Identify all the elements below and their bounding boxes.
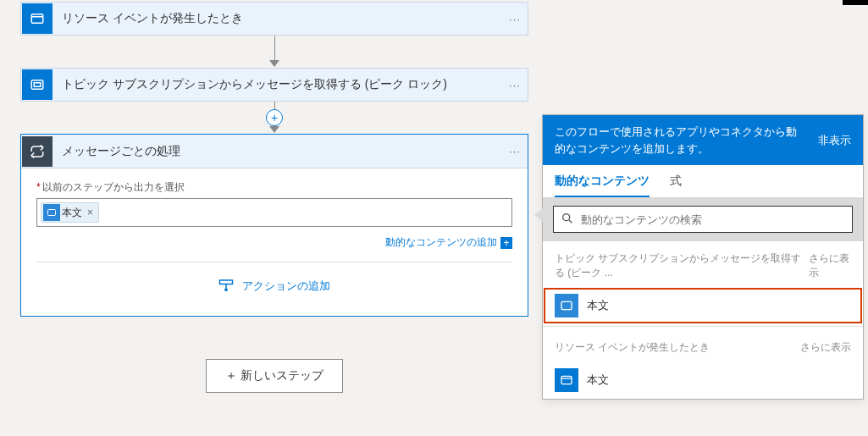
body-chip-icon xyxy=(43,204,60,221)
window-decor xyxy=(843,0,868,5)
loop-icon xyxy=(22,136,53,167)
step-trigger[interactable]: リソース イベントが発生したとき ··· xyxy=(20,2,528,36)
svg-rect-8 xyxy=(561,376,572,384)
hide-panel-link[interactable]: 非表示 xyxy=(818,132,851,149)
svg-point-5 xyxy=(225,289,227,290)
content-item-label: 本文 xyxy=(587,298,609,313)
token-chip-label: 本文 xyxy=(62,206,82,220)
step-get-messages[interactable]: トピック サブスクリプションからメッセージを取得する (ピーク ロック) ··· xyxy=(20,68,528,102)
svg-rect-4 xyxy=(220,280,233,284)
search-input[interactable] xyxy=(581,213,845,226)
token-chip-body[interactable]: 本文 × xyxy=(41,202,99,223)
body-item-icon xyxy=(555,368,578,392)
panel-callout-arrow xyxy=(534,208,543,222)
ellipsis-icon[interactable]: ··· xyxy=(502,79,528,91)
add-action-link[interactable]: アクションの追加 xyxy=(36,262,512,309)
tab-expression[interactable]: 式 xyxy=(670,174,682,197)
output-field-label: *以前のステップから出力を選択 xyxy=(36,180,512,195)
content-item-body-eventgrid[interactable]: 本文 xyxy=(543,361,863,399)
for-each-container: メッセージごとの処理 ··· *以前のステップから出力を選択 本文 × 動的なコ… xyxy=(20,134,528,317)
panel-header: このフローで使用されるアプリやコネクタから動的なコンテンツを追加します。 非表示 xyxy=(543,115,863,165)
add-action-icon xyxy=(218,279,234,291)
output-token-input[interactable]: 本文 × xyxy=(36,198,512,227)
svg-rect-1 xyxy=(31,80,43,90)
svg-rect-3 xyxy=(48,210,56,216)
add-dynamic-icon: + xyxy=(500,237,512,249)
dynamic-content-panel: このフローで使用されるアプリやコネクタから動的なコンテンツを追加します。 非表示… xyxy=(542,114,864,400)
step-title: トピック サブスクリプションからメッセージを取得する (ピーク ロック) xyxy=(53,77,502,92)
svg-rect-0 xyxy=(31,14,43,24)
workflow-canvas: リソース イベントが発生したとき ··· トピック サブスクリプションからメッセ… xyxy=(3,0,545,393)
panel-header-text: このフローで使用されるアプリやコネクタから動的なコンテンツを追加します。 xyxy=(555,124,806,157)
add-dynamic-content-link[interactable]: 動的なコンテンツの追加+ xyxy=(36,235,512,250)
svg-rect-7 xyxy=(561,301,572,309)
section-title: トピック サブスクリプションからメッセージを取得する (ピーク ... xyxy=(555,251,809,280)
remove-chip-icon[interactable]: × xyxy=(87,207,93,218)
for-each-body: *以前のステップから出力を選択 本文 × 動的なコンテンツの追加+ xyxy=(21,168,528,316)
tab-dynamic-content[interactable]: 動的なコンテンツ xyxy=(555,174,650,197)
section-header-servicebus: トピック サブスクリプションからメッセージを取得する (ピーク ... さらに表… xyxy=(543,241,863,287)
content-item-label: 本文 xyxy=(587,373,609,388)
svg-rect-2 xyxy=(34,83,41,87)
insert-step-icon[interactable]: + xyxy=(266,109,283,126)
for-each-header[interactable]: メッセージごとの処理 ··· xyxy=(21,135,528,168)
section-divider xyxy=(543,326,863,327)
connector-arrow-plus: + xyxy=(269,102,279,134)
ellipsis-icon[interactable]: ··· xyxy=(502,145,528,157)
connector-arrow xyxy=(269,36,279,68)
section-more-link[interactable]: さらに表示 xyxy=(809,251,851,280)
search-icon xyxy=(561,212,574,228)
for-each-title: メッセージごとの処理 xyxy=(53,144,502,159)
svg-point-6 xyxy=(563,213,570,220)
section-more-link[interactable]: さらに表示 xyxy=(800,340,851,355)
step-title: リソース イベントが発生したとき xyxy=(53,11,502,26)
body-item-icon xyxy=(555,294,578,317)
ellipsis-icon[interactable]: ··· xyxy=(502,13,528,25)
content-item-body-servicebus[interactable]: 本文 xyxy=(545,289,861,323)
panel-search-wrap xyxy=(543,197,863,241)
section-header-eventgrid: リソース イベントが発生したとき さらに表示 xyxy=(543,330,863,361)
new-step-button[interactable]: ＋ 新しいステップ xyxy=(206,359,343,393)
event-grid-icon xyxy=(22,3,53,34)
service-bus-icon xyxy=(22,69,53,100)
section-title: リソース イベントが発生したとき xyxy=(555,340,710,355)
panel-search[interactable] xyxy=(553,206,853,233)
panel-tabs: 動的なコンテンツ 式 xyxy=(543,165,863,197)
